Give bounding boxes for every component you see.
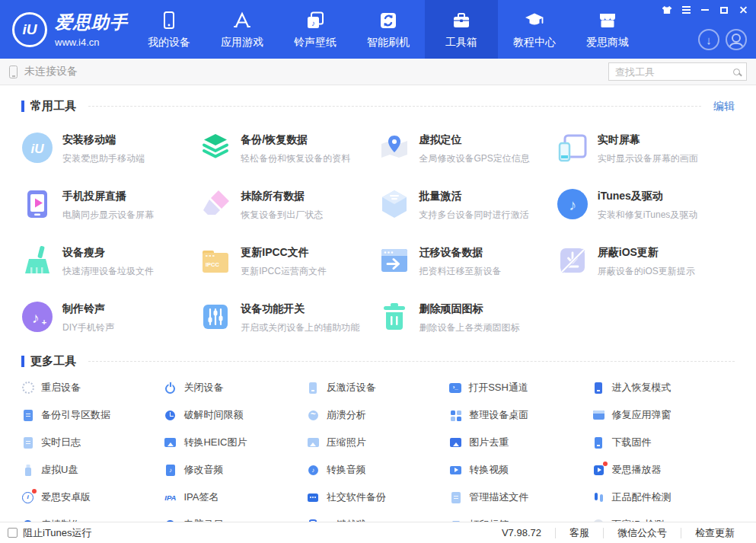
tool-batch-activate[interactable]: 批量激活支持多台设备同时进行激活 — [378, 188, 557, 222]
more-tools-grid: 重启设备 关闭设备 反激活设备 打开SSH通道 进入恢复模式 备份引导区数据 破… — [21, 380, 735, 522]
mt-virtual-usb[interactable]: 虚拟U盘 — [21, 462, 164, 478]
wechat-official-link[interactable]: 微信公众号 — [604, 526, 681, 540]
tool-title: 实时屏幕 — [598, 133, 698, 147]
mt-download-firmware[interactable]: 下载固件 — [592, 435, 735, 450]
tab-tutorial-center[interactable]: 教程中心 — [498, 0, 571, 59]
mt-crash-analysis[interactable]: 崩溃分析 — [307, 407, 449, 423]
tool-title: 制作铃声 — [62, 302, 114, 316]
tool-title: 删除顽固图标 — [419, 302, 520, 316]
mt-backup-bootbank[interactable]: 备份引导区数据 — [21, 407, 164, 423]
mt-deactivate[interactable]: 反激活设备 — [307, 380, 449, 395]
tool-feature-switch[interactable]: 设备功能开关开启或关闭设备上的辅助功能 — [199, 301, 378, 334]
tool-backup-restore[interactable]: 备份/恢复数据轻松备份和恢复设备的资料 — [199, 132, 378, 165]
mt-edit-audio[interactable]: 修改音频 — [164, 462, 306, 478]
backup-layers-icon — [199, 132, 231, 164]
broom-icon — [21, 244, 53, 276]
tool-virtual-location[interactable]: 虚拟定位全局修改设备GPS定位信息 — [378, 132, 557, 165]
mt-label: 反激活设备 — [327, 381, 376, 394]
tool-update-ipcc[interactable]: IPCC 更新IPCC文件更新IPCC运营商文件 — [199, 244, 378, 278]
tab-smart-flash[interactable]: 智能刷机 — [352, 0, 425, 59]
tool-title: 抹除所有数据 — [241, 190, 323, 203]
mt-label: 修改音频 — [183, 463, 223, 477]
close-icon[interactable] — [735, 3, 751, 17]
tool-search[interactable] — [608, 62, 747, 81]
mt-social-backup[interactable]: 社交软件备份 — [307, 490, 449, 505]
logo-title: 爱思助手 — [55, 11, 128, 34]
section-divider — [88, 361, 735, 362]
tool-subtitle: 支持多台设备同时进行激活 — [419, 209, 529, 222]
tool-title: 迁移设备数据 — [419, 246, 502, 260]
mt-label: 整理设备桌面 — [469, 408, 528, 422]
user-icon[interactable] — [726, 29, 747, 50]
itunes-icon: ♪ — [557, 188, 589, 220]
download-icon[interactable]: ↓ — [698, 29, 719, 50]
dedupe-photo-icon — [449, 436, 462, 449]
mt-convert-video[interactable]: 转换视频 — [449, 462, 592, 478]
emoji-maker-icon — [21, 519, 34, 522]
tool-device-slimming[interactable]: 设备瘦身快速清理设备垃圾文件 — [21, 244, 199, 278]
mt-compress-photos[interactable]: 压缩照片 — [307, 435, 449, 450]
check-update-link[interactable]: 检查更新 — [681, 526, 748, 540]
mt-label: 社交软件备份 — [327, 490, 386, 504]
tab-label: 教程中心 — [513, 36, 556, 50]
tool-install-mobile[interactable]: iU 安装移动端安装爱思助手移动端 — [21, 132, 199, 165]
tool-screen-mirror-live[interactable]: 手机投屏直播电脑同步显示设备屏幕 — [21, 188, 199, 222]
mt-heic-convert[interactable]: 转换HEIC图片 — [164, 435, 306, 450]
tool-title: 备份/恢复数据 — [241, 133, 350, 147]
tool-itunes-driver[interactable]: ♪ iTunes及驱动安装和修复iTunes及驱动 — [557, 188, 735, 222]
svg-text:♪: ♪ — [311, 19, 315, 27]
mt-power-off[interactable]: 关闭设备 — [164, 380, 306, 395]
mt-recovery-mode[interactable]: 进入恢复模式 — [592, 380, 735, 395]
mt-realtime-log[interactable]: 实时日志 — [21, 435, 164, 450]
tab-i4-store[interactable]: 爱思商城 — [571, 0, 644, 59]
tool-migrate-data[interactable]: 迁移设备数据把资料迁移至新设备 — [378, 244, 557, 278]
ssh-terminal-icon — [449, 383, 461, 393]
tool-title: 屏蔽iOS更新 — [598, 246, 695, 260]
block-itunes-checkbox[interactable] — [8, 528, 18, 538]
mt-i4-player[interactable]: 爱思播放器 — [592, 462, 735, 478]
mt-convert-audio[interactable]: 转换音频 — [307, 462, 449, 478]
crash-wave-icon — [307, 409, 320, 422]
mt-ipa-sign[interactable]: IPA签名 — [164, 490, 306, 505]
tool-subtitle: 删除设备上各类顽固图标 — [419, 321, 520, 334]
tab-my-devices[interactable]: 我的设备 — [132, 0, 206, 59]
mt-label: 转换视频 — [469, 463, 509, 477]
skin-icon[interactable] — [659, 3, 675, 17]
tab-label: 应用游戏 — [221, 36, 263, 50]
customer-service-link[interactable]: 客服 — [556, 526, 603, 540]
mt-i4-android[interactable]: 爱思安卓版 — [21, 490, 164, 505]
app-logo: iU 爱思助手 www.i4.cn — [12, 11, 128, 48]
menu-icon[interactable] — [678, 3, 694, 17]
tool-delete-stubborn-icons[interactable]: 删除顽固图标删除设备上各类顽固图标 — [378, 301, 557, 334]
mt-organize-desktop[interactable]: 整理设备桌面 — [449, 407, 592, 423]
footer-right: V7.98.72 客服 微信公众号 检查更新 — [488, 526, 748, 540]
search-input[interactable] — [615, 66, 733, 78]
i4tools-window: iU 爱思助手 www.i4.cn 我的设备 应用游戏 ♪ — [0, 0, 756, 543]
mt-accessory-check[interactable]: 正品配件检测 — [592, 490, 735, 505]
mt-label: 打开SSH通道 — [468, 381, 528, 394]
mt-ssh-tunnel[interactable]: 打开SSH通道 — [449, 380, 592, 395]
maximize-icon[interactable] — [716, 3, 732, 17]
mt-fix-app-popup[interactable]: 修复应用弹窗 — [592, 407, 735, 423]
tool-block-ios-update[interactable]: 屏蔽iOS更新屏蔽设备的iOS更新提示 — [557, 244, 735, 278]
mt-label: 转换HEIC图片 — [183, 436, 247, 449]
tool-title: 设备瘦身 — [62, 246, 154, 260]
tab-ringtones-wallpapers[interactable]: ♪ 铃声壁纸 — [279, 0, 352, 59]
tool-erase-all-data[interactable]: 抹除所有数据恢复设备到出厂状态 — [199, 188, 378, 222]
minimize-icon[interactable] — [697, 3, 713, 17]
tool-live-screen[interactable]: 实时屏幕实时显示设备屏幕的画面 — [557, 132, 735, 165]
tab-apps-games[interactable]: 应用游戏 — [206, 0, 279, 59]
mt-image-dedupe[interactable]: 图片去重 — [449, 435, 592, 450]
mt-manage-profiles[interactable]: 管理描述文件 — [449, 490, 592, 505]
live-screen-icon — [557, 132, 589, 164]
section-accent-bar — [21, 101, 24, 112]
tool-make-ringtone[interactable]: ♪+ 制作铃声DIY手机铃声 — [21, 301, 199, 334]
tab-label: 工具箱 — [445, 36, 477, 50]
mt-crack-time-limit[interactable]: 破解时间限额 — [164, 407, 306, 423]
tab-toolbox[interactable]: 工具箱 — [425, 0, 498, 59]
mt-restart-device[interactable]: 重启设备 — [21, 380, 164, 395]
section-divider — [88, 106, 701, 107]
search-icon[interactable] — [733, 69, 740, 75]
flash-icon — [378, 9, 398, 30]
edit-link[interactable]: 编辑 — [713, 100, 735, 113]
